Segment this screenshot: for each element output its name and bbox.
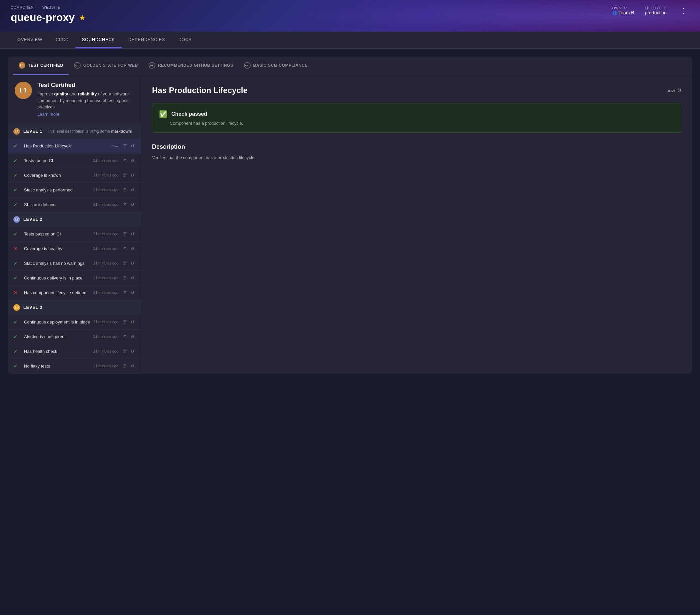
clock-button-13[interactable]: ⏱ — [121, 363, 128, 369]
tab-overview[interactable]: OVERVIEW — [11, 32, 49, 48]
check-actions-1: ⏱ ↺ — [121, 157, 136, 164]
level-badge-large: L1 — [15, 82, 32, 99]
refresh-button-13[interactable]: ↺ — [129, 363, 136, 369]
check-continuous-deployment[interactable]: ✓ Continuous deployment is in place 21 m… — [8, 315, 141, 330]
check-name-9: Has component lifecycle defined — [24, 290, 93, 295]
owner-value: 👥 Team B — [612, 10, 634, 15]
owner-label: Owner — [612, 6, 634, 10]
clock-button-5[interactable]: ⏱ — [121, 231, 128, 237]
check-time-11: 21 minutes ago — [93, 334, 118, 339]
check-name-8: Continuous delivery is in place — [24, 275, 93, 281]
tab-badge-nl-1: NL — [74, 62, 81, 69]
refresh-button-11[interactable]: ↺ — [129, 333, 136, 340]
check-tests-run-on-ci[interactable]: ✓ Tests run on CI 21 minutes ago ⏱ ↺ — [8, 153, 141, 168]
check-no-flaky-tests[interactable]: ✓ No flaky tests 21 minutes ago ⏱ ↺ — [8, 359, 141, 373]
tab-dependencies[interactable]: DEPENDENCIES — [122, 32, 172, 48]
check-continuous-delivery[interactable]: ✓ Continuous delivery is in place 21 min… — [8, 271, 141, 285]
description-section: Description Verifies that the component … — [152, 144, 681, 161]
check-name-1: Tests run on CI — [24, 158, 93, 163]
clock-button-2[interactable]: ⏱ — [121, 172, 128, 179]
soundcheck-tab-test-certified[interactable]: L1 TEST CERTIFIED — [13, 57, 69, 75]
clock-button-11[interactable]: ⏱ — [121, 333, 128, 340]
check-name-5: Tests passed on CI — [24, 232, 93, 236]
soundcheck-tab-golden-state[interactable]: NL GOLDEN STATE FOR WEB — [69, 57, 143, 75]
learn-more-link[interactable]: Learn more — [37, 112, 59, 117]
check-name-2: Coverage is known — [24, 173, 93, 178]
clock-button-1[interactable]: ⏱ — [121, 157, 128, 164]
check-alerting-configured[interactable]: ✓ Alerting is configured 21 minutes ago … — [8, 330, 141, 344]
check-name-7: Static analysis has no warnings — [24, 261, 93, 266]
check-pass-icon-0: ✓ — [13, 143, 20, 149]
soundcheck-tab-github-settings[interactable]: NL RECOMMENDED GITHUB SETTINGS — [143, 57, 239, 75]
check-static-analysis-no-warnings[interactable]: ✓ Static analysis has no warnings 21 min… — [8, 256, 141, 271]
check-actions-8: ⏱ ↺ — [121, 275, 136, 281]
page-title: queue-proxy — [11, 11, 75, 24]
level-header-text: Test Certified Improve quality and relia… — [37, 82, 134, 117]
more-button[interactable]: ⋮ — [677, 5, 689, 16]
nav-tabs: OVERVIEW CI/CD SOUNDCHECK DEPENDENCIES D… — [0, 32, 700, 49]
tab-badge-nl-3: NL — [244, 62, 251, 69]
refresh-button-0[interactable]: ↺ — [129, 143, 136, 149]
tab-soundcheck[interactable]: SOUNDCHECK — [75, 32, 122, 48]
check-pass-icon-2: ✓ — [13, 172, 20, 179]
check-has-health-check[interactable]: ✓ Has health check 21 minutes ago ⏱ ↺ — [8, 344, 141, 359]
check-name-6: Coverage is healthy — [24, 246, 93, 251]
refresh-button-1[interactable]: ↺ — [129, 157, 136, 164]
main-content: L1 TEST CERTIFIED NL GOLDEN STATE FOR WE… — [0, 49, 700, 382]
check-has-production-lifecycle[interactable]: ✓ Has Production Lifecycle now ⏱ ↺ — [8, 139, 141, 153]
refresh-button-4[interactable]: ↺ — [129, 201, 136, 208]
refresh-button-9[interactable]: ↺ — [129, 290, 136, 296]
refresh-button-10[interactable]: ↺ — [129, 319, 136, 325]
check-actions-10: ⏱ ↺ — [121, 319, 136, 325]
clock-button-12[interactable]: ⏱ — [121, 348, 128, 355]
refresh-button-3[interactable]: ↺ — [129, 187, 136, 193]
refresh-button-8[interactable]: ↺ — [129, 275, 136, 281]
check-pass-icon-4: ✓ — [13, 201, 20, 208]
refresh-button-5[interactable]: ↺ — [129, 231, 136, 237]
right-panel-time: now ⏱ — [666, 88, 681, 93]
check-pass-icon-8: ✓ — [13, 275, 20, 281]
owner-meta: Owner 👥 Team B — [612, 6, 634, 15]
check-actions-7: ⏱ ↺ — [121, 260, 136, 267]
check-name-10: Continuous deployment is in place — [24, 320, 93, 324]
check-actions-5: ⏱ ↺ — [121, 231, 136, 237]
check-has-component-lifecycle[interactable]: ✕ Has component lifecycle defined 21 min… — [8, 285, 141, 300]
clock-button-3[interactable]: ⏱ — [121, 187, 128, 193]
level3-title: LEVEL 3 — [23, 305, 42, 310]
check-static-analysis-performed[interactable]: ✓ Static analysis performed 21 minutes a… — [8, 183, 141, 197]
check-coverage-is-known[interactable]: ✓ Coverage is known 21 minutes ago ⏱ ↺ — [8, 168, 141, 183]
tab-badge-l1: L1 — [19, 62, 25, 69]
right-panel-title-area: Has Production Lifecycle now ⏱ — [152, 86, 681, 95]
check-actions-9: ⏱ ↺ — [121, 290, 136, 296]
clock-button-4[interactable]: ⏱ — [121, 201, 128, 208]
check-pass-icon-11: ✓ — [13, 333, 20, 340]
check-pass-icon-12: ✓ — [13, 348, 20, 355]
right-panel: Has Production Lifecycle now ⏱ ✅ Check p… — [141, 75, 692, 373]
check-slis-are-defined[interactable]: ✓ SLIs are defined 21 minutes ago ⏱ ↺ — [8, 197, 141, 212]
check-fail-icon-9: ✕ — [13, 290, 20, 296]
clock-button-0[interactable]: ⏱ — [121, 143, 128, 149]
clock-button-8[interactable]: ⏱ — [121, 275, 128, 281]
refresh-button-6[interactable]: ↺ — [129, 245, 136, 252]
soundcheck-tab-scm-compliance[interactable]: NL BASIC SCM COMPLIANCE — [239, 57, 313, 75]
check-time-2: 21 minutes ago — [93, 173, 118, 177]
tab-docs[interactable]: DOCS — [172, 32, 198, 48]
check-coverage-is-healthy[interactable]: ✕ Coverage is healthy 21 minutes ago ⏱ ↺ — [8, 242, 141, 256]
refresh-button-12[interactable]: ↺ — [129, 348, 136, 355]
refresh-button-7[interactable]: ↺ — [129, 260, 136, 267]
clock-button-6[interactable]: ⏱ — [121, 245, 128, 252]
check-tests-passed-on-ci[interactable]: ✓ Tests passed on CI 21 minutes ago ⏱ ↺ — [8, 227, 141, 242]
header-left: COMPONENT — WEBSITE queue-proxy ★ — [11, 5, 86, 32]
check-time-0: now — [112, 144, 118, 148]
clock-button-7[interactable]: ⏱ — [121, 260, 128, 267]
check-passed-icon: ✅ — [159, 110, 167, 118]
level1-title: LEVEL 1 — [23, 129, 42, 134]
level2-title: LEVEL 2 — [23, 217, 42, 222]
refresh-button-2[interactable]: ↺ — [129, 172, 136, 179]
star-icon[interactable]: ★ — [79, 13, 86, 22]
clock-button-9[interactable]: ⏱ — [121, 290, 128, 296]
check-time-4: 21 minutes ago — [93, 202, 118, 207]
clock-button-10[interactable]: ⏱ — [121, 319, 128, 325]
tab-cicd[interactable]: CI/CD — [49, 32, 75, 48]
check-actions-0: ⏱ ↺ — [121, 143, 136, 149]
